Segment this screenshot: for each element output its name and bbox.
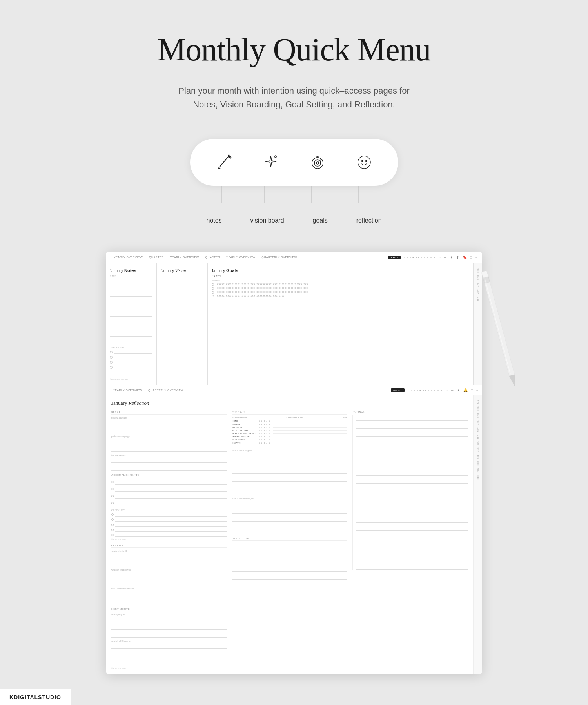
accomplish-circle-2[interactable] — [111, 488, 114, 490]
side-month-apr[interactable]: APR — [477, 281, 479, 288]
nav-quarterly-overview[interactable]: QUARTERLY OVERVIEW — [258, 255, 300, 260]
habit-row-4 — [212, 295, 214, 298]
growth-label: GROWTH — [232, 442, 258, 444]
next-month-section: NEXT MONTH what's going on what should I… — [111, 608, 227, 664]
connector-lines — [196, 186, 392, 209]
side-month-may[interactable]: MAY — [477, 288, 479, 295]
check-circle-2[interactable] — [110, 356, 113, 359]
recreation-label: RECREATION — [232, 439, 258, 441]
vision-column: January Vision — [157, 263, 208, 385]
habit-circle-1[interactable] — [212, 283, 214, 286]
clarity-title: CLARITY — [111, 544, 227, 548]
whats-going-on-label: what's going on — [111, 613, 227, 616]
check-line-4 — [114, 365, 152, 369]
side-month-feb[interactable]: FEB — [477, 267, 479, 274]
calendar-icon-nav[interactable]: □ — [470, 256, 472, 259]
brand-label: KDIGITALSTUDIO — [9, 694, 61, 700]
icon-item-reflection[interactable] — [352, 150, 377, 175]
r-check-1 — [111, 513, 227, 517]
reflect-nav-yearly[interactable]: YEARLY OVERVIEW — [110, 388, 145, 393]
habit-day-row-4 — [217, 295, 469, 297]
icon-item-notes[interactable] — [212, 150, 237, 175]
nav-yearly-overview-1[interactable]: YEARLY OVERVIEW — [111, 255, 146, 260]
svg-point-14 — [365, 161, 367, 162]
brain-dump-title: BRAIN DUMP — [232, 537, 347, 541]
label-vision-board: vision board — [250, 217, 284, 224]
reflect-pencil-icon[interactable]: ✏ — [451, 388, 454, 392]
reflect-nav-quarterly[interactable]: QUARTERLY OVERVIEW — [145, 388, 187, 393]
check-circle-1[interactable] — [110, 351, 113, 353]
goals-column: January Goals HABITS color key: — [208, 263, 474, 385]
planner-top-nav: YEARLY OVERVIEW QUARTER YEARLY OVERVIEW … — [106, 252, 482, 263]
personal-highlight-label: personal highlight — [111, 417, 227, 419]
notes-col-title: January Notes — [110, 268, 152, 273]
habit-day-row-1 — [217, 283, 469, 285]
reflect-side-feb[interactable]: FEB — [477, 405, 479, 412]
next-month-title: NEXT MONTH — [111, 608, 227, 611]
icon-item-goals[interactable] — [305, 150, 330, 175]
share-icon-nav[interactable]: ⬆ — [456, 256, 459, 259]
reflect-side-jun[interactable]: JUN — [477, 433, 479, 440]
svg-point-7 — [312, 158, 323, 169]
check-circle-4[interactable] — [110, 366, 113, 369]
reflect-box-icon[interactable]: □ — [471, 388, 473, 392]
side-month-tabs: FEB MAR APR MAY JUN — [474, 263, 482, 385]
pencil-icon — [212, 150, 237, 175]
star-icon-nav[interactable]: ✦ — [450, 256, 453, 259]
reflect-side-aug[interactable]: AUG — [477, 446, 479, 453]
favorite-memory-label: favorite memory — [111, 454, 227, 457]
planner-columns: January Notes DATE: CHECKLIST: — [106, 263, 482, 385]
notes-line-5 — [110, 312, 152, 317]
accomplish-circle-4[interactable] — [111, 502, 114, 504]
notes-date-label: DATE: — [110, 275, 152, 277]
notes-line-3 — [110, 299, 152, 303]
habit-day-row-3 — [217, 291, 469, 293]
reflection-checklist: CHECKLIST: — [111, 509, 227, 537]
accomplish-circle-3[interactable] — [111, 495, 114, 497]
habit-circle-3[interactable] — [212, 291, 214, 294]
journal-label: JOURNAL — [352, 411, 468, 413]
side-month-jun[interactable]: JUN — [477, 295, 479, 302]
checkin-scale-labels: 1 = needs attention 5 = successful in ar… — [232, 417, 347, 419]
side-month-mar[interactable]: MAR — [477, 274, 479, 281]
reflect-side-jan[interactable]: JAN — [477, 399, 479, 405]
pencil-icon-nav[interactable]: ✏ — [444, 256, 447, 259]
reflect-side-apr[interactable]: APR — [477, 419, 479, 426]
page-title: Monthly Quick Menu — [157, 31, 430, 68]
menu-icon-nav[interactable]: ≡ — [475, 256, 477, 259]
reflect-side-sep[interactable]: SEP — [477, 453, 479, 460]
accomplish-circle-1[interactable] — [111, 481, 114, 483]
reflect-side-may[interactable]: MAY — [477, 426, 479, 433]
notes-line-6 — [110, 319, 152, 323]
reflection-three-col: RECAP personal highlight professional hi… — [111, 411, 468, 669]
accomplish-line-2 — [115, 486, 227, 492]
growth-numbers: 12345 — [259, 442, 270, 444]
icon-item-vision-board[interactable] — [258, 150, 283, 175]
reflect-side-oct[interactable]: OCT — [477, 460, 479, 467]
reflect-bell-icon[interactable]: 🔔 — [463, 388, 468, 392]
nav-yearly-overview-3[interactable]: YEARLY OVERVIEW — [223, 255, 258, 260]
reflect-side-nov[interactable]: NOV — [477, 466, 479, 473]
scale-low: 1 = needs attention — [232, 417, 247, 419]
habit-circle-2[interactable] — [212, 287, 214, 290]
reflect-side-mar[interactable]: MAR — [477, 412, 479, 419]
vision-board-area — [161, 275, 203, 330]
check-circle-3[interactable] — [110, 361, 113, 364]
habit-circle-4[interactable] — [212, 295, 214, 297]
svg-point-12 — [358, 156, 370, 169]
reflection-col-2: CHECK-IN 1 = needs attention 5 = success… — [232, 411, 347, 669]
nav-quarter-2[interactable]: QUARTER — [202, 255, 223, 260]
reflect-star-icon[interactable]: ✦ — [457, 388, 460, 392]
accomplish-line-3 — [115, 493, 227, 499]
bookmark-icon-nav[interactable]: 🔖 — [463, 256, 467, 259]
reflect-side-dec[interactable]: DEC — [477, 474, 479, 481]
nav-quarter-1[interactable]: QUARTER — [146, 255, 167, 260]
nav-yearly-overview-2[interactable]: YEARLY OVERVIEW — [167, 255, 202, 260]
notes-line-2 — [110, 292, 152, 297]
reflect-side-jul[interactable]: JUL — [477, 440, 479, 446]
in-progress-label: what is still in progress — [232, 449, 347, 452]
what-should-focus-label: what should I focus on — [111, 640, 227, 642]
reflect-menu-icon[interactable]: ≡ — [476, 388, 478, 392]
nav-right-controls: GOALS 123456 789101112 ✏ ✦ ⬆ 🔖 □ ≡ — [388, 256, 477, 259]
reflection-main-content: January Reflection RECAP personal highli… — [106, 395, 474, 674]
